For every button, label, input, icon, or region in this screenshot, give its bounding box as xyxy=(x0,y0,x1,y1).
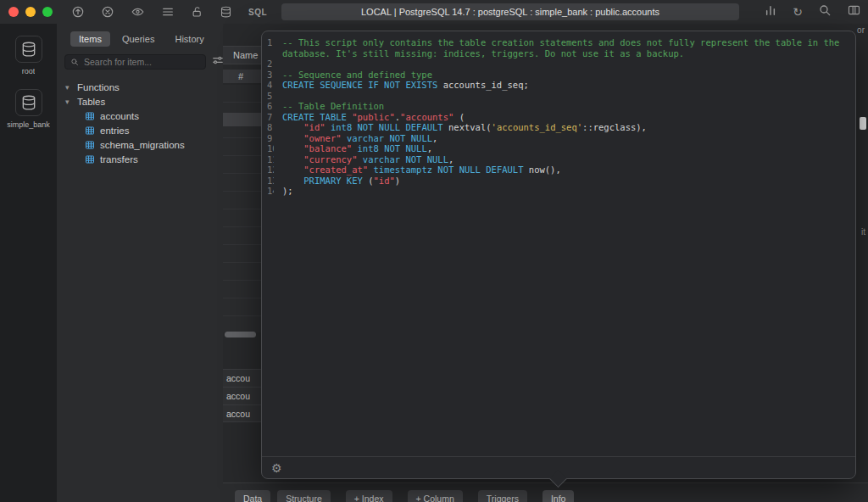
tab-index[interactable]: + Index xyxy=(346,490,392,502)
connection-item-simple-bank[interactable]: simple_bank xyxy=(0,89,57,129)
tree-group-tables[interactable]: ▾Tables xyxy=(57,94,223,109)
line-number xyxy=(267,48,274,59)
sidebar: ItemsQueriesHistory ▾Functions▾Tablesacc… xyxy=(57,24,224,502)
rows-icon[interactable] xyxy=(161,5,175,19)
tree-item-schema-migrations[interactable]: schema_migrations xyxy=(57,137,223,152)
filter-sliders-icon[interactable] xyxy=(212,54,224,70)
database-icon xyxy=(15,36,42,63)
code-line: 5 xyxy=(267,91,849,102)
code-text xyxy=(282,91,849,102)
toolbar-right: ↻ xyxy=(764,0,861,24)
minimize-window-button[interactable] xyxy=(25,7,36,17)
sql-editor[interactable]: 1-- This script only contains the table … xyxy=(267,37,849,451)
clipped-text-top: or xyxy=(857,25,865,35)
tree-item-accounts[interactable]: accounts xyxy=(57,109,223,123)
code-line: 2 xyxy=(267,59,849,70)
search-input[interactable] xyxy=(82,56,200,68)
tree-group-label: Tables xyxy=(77,97,105,107)
table-row[interactable]: accou xyxy=(223,404,262,422)
bottom-tabs: DataStructure+ Index+ ColumnTriggersInfo xyxy=(223,490,868,502)
close-circle-icon[interactable] xyxy=(101,5,114,19)
close-window-button[interactable] xyxy=(8,7,19,17)
plug-icon[interactable] xyxy=(71,5,85,19)
tree-item-transfers[interactable]: transfers xyxy=(57,152,223,166)
tree-group-label: Functions xyxy=(77,82,120,92)
connection-label: simple_bank xyxy=(7,120,50,129)
sql-mode-label[interactable]: SQL xyxy=(248,8,267,17)
chart-icon[interactable] xyxy=(764,3,777,20)
gear-icon[interactable]: ⚙ xyxy=(271,462,282,474)
code-text: CREATE TABLE "public"."accounts" ( xyxy=(282,112,849,123)
table-icon xyxy=(85,140,95,150)
table-icon xyxy=(85,126,95,136)
titlebar: SQL LOCAL | PostgreSQL 14.7 : postgreSQL… xyxy=(0,0,868,25)
line-number: 7 xyxy=(267,112,274,123)
code-text: "owner" varchar NOT NULL, xyxy=(282,133,849,144)
code-text: "currency" varchar NOT NULL, xyxy=(282,154,849,165)
horizontal-scrollbar[interactable] xyxy=(225,332,256,337)
tab-items[interactable]: Items xyxy=(70,31,110,47)
line-number: 13 xyxy=(267,176,274,187)
toolbar-left: SQL xyxy=(71,5,267,19)
code-text: "created_at" timestamptz NOT NULL DEFAUL… xyxy=(282,165,849,176)
code-line: 7CREATE TABLE "public"."accounts" ( xyxy=(267,112,849,123)
tree-item-entries[interactable]: entries xyxy=(57,123,223,137)
info-popover: 1-- This script only contains the table … xyxy=(261,31,856,479)
table-icon xyxy=(85,154,95,165)
search-icon[interactable] xyxy=(818,3,832,20)
line-number: 6 xyxy=(267,101,274,112)
code-line: 6-- Table Definition xyxy=(267,101,849,112)
refresh-icon[interactable]: ↻ xyxy=(793,6,803,18)
code-line: 14); xyxy=(267,186,849,197)
tree-item-label: transfers xyxy=(100,154,138,165)
line-number: 4 xyxy=(267,80,274,91)
line-number: 9 xyxy=(267,133,274,144)
tree-item-label: entries xyxy=(100,126,130,136)
code-line: 11 "currency" varchar NOT NULL, xyxy=(267,154,849,165)
app-window: SQL LOCAL | PostgreSQL 14.7 : postgreSQL… xyxy=(0,0,868,502)
tree: ▾Functions▾Tablesaccountsentriesschema_m… xyxy=(57,80,223,166)
eye-icon[interactable] xyxy=(131,5,145,19)
code-text: "balance" int8 NOT NULL, xyxy=(282,143,849,154)
tree-group-functions[interactable]: ▾Functions xyxy=(57,80,223,94)
bottom-tab-bar: DataStructure+ Index+ ColumnTriggersInfo xyxy=(223,482,868,502)
zoom-window-button[interactable] xyxy=(42,7,53,17)
connection-breadcrumb[interactable]: LOCAL | PostgreSQL 14.7 : postgreSQL : s… xyxy=(281,3,739,20)
layout-icon[interactable] xyxy=(847,3,861,20)
tab-triggers[interactable]: Triggers xyxy=(478,490,527,502)
tab-data[interactable]: Data xyxy=(235,490,270,502)
line-number: 12 xyxy=(267,165,274,176)
code-line: 1-- This script only contains the table … xyxy=(267,37,849,48)
line-number: 8 xyxy=(267,122,274,133)
code-text xyxy=(282,59,849,70)
table-icon xyxy=(85,111,95,121)
traffic-lights xyxy=(8,7,53,17)
selected-row-highlight[interactable] xyxy=(223,113,262,126)
database-icon[interactable] xyxy=(220,5,232,19)
line-number: 3 xyxy=(267,70,274,81)
code-text: ); xyxy=(282,186,849,197)
tab-column[interactable]: + Column xyxy=(408,490,463,502)
chevron-down-icon: ▾ xyxy=(65,83,72,92)
code-text: -- Sequence and defined type xyxy=(282,70,849,81)
tab-info[interactable]: Info xyxy=(542,490,575,502)
table-row[interactable]: accou xyxy=(223,387,262,404)
vertical-scrollbar[interactable] xyxy=(860,117,866,130)
code-text: CREATE SEQUENCE IF NOT EXISTS accounts_i… xyxy=(282,80,849,91)
clipped-text-mid: it xyxy=(861,227,865,237)
code-line: 13 PRIMARY KEY ("id") xyxy=(267,176,849,187)
code-line: 12 "created_at" timestamptz NOT NULL DEF… xyxy=(267,165,849,176)
code-text: database. It's still missing: indices, t… xyxy=(282,48,849,59)
connection-item-root[interactable]: root xyxy=(0,36,57,75)
sidebar-tabs: ItemsQueriesHistory xyxy=(70,31,216,47)
table-row[interactable]: accou xyxy=(223,369,262,387)
lock-icon[interactable] xyxy=(191,5,203,19)
search-box[interactable] xyxy=(64,54,206,70)
code-line: 3-- Sequence and defined type xyxy=(267,70,849,81)
database-icon xyxy=(15,89,42,116)
tab-queries[interactable]: Queries xyxy=(114,31,164,47)
tab-structure[interactable]: Structure xyxy=(277,490,331,502)
line-number: 11 xyxy=(267,154,274,165)
tab-history[interactable]: History xyxy=(166,31,212,47)
connection-rail: rootsimple_bank xyxy=(0,24,58,502)
